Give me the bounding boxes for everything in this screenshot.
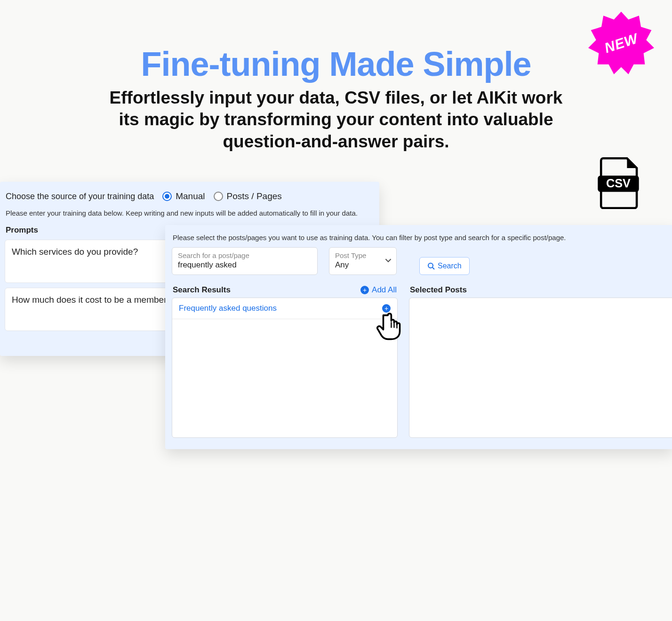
new-badge: NEW bbox=[588, 10, 654, 76]
search-results-heading: Search Results bbox=[173, 285, 231, 295]
result-item-title: Frequently asked questions bbox=[179, 304, 277, 313]
search-input[interactable]: Search for a post/page frequently asked bbox=[172, 247, 318, 275]
chevron-down-icon bbox=[385, 257, 392, 266]
cursor-hand-icon bbox=[376, 311, 404, 340]
post-type-label: Post Type bbox=[335, 251, 391, 259]
radio-posts-label: Posts / Pages bbox=[227, 191, 282, 202]
search-results-list: Frequently asked questions + bbox=[172, 298, 398, 438]
search-icon bbox=[427, 262, 435, 270]
add-all-button[interactable]: + Add All bbox=[360, 285, 397, 295]
posts-helper-text: Please select the posts/pages you want t… bbox=[172, 233, 667, 247]
svg-text:CSV: CSV bbox=[606, 177, 631, 190]
posts-source-panel: Please select the posts/pages you want t… bbox=[165, 225, 672, 449]
radio-icon bbox=[162, 192, 172, 201]
search-input-value: frequently asked bbox=[178, 260, 312, 270]
page-title: Fine-tuning Made Simple bbox=[0, 45, 672, 83]
result-item[interactable]: Frequently asked questions + bbox=[172, 298, 397, 319]
radio-manual-label: Manual bbox=[176, 191, 205, 202]
radio-icon bbox=[214, 192, 223, 201]
search-button[interactable]: Search bbox=[419, 257, 470, 275]
svg-line-4 bbox=[432, 267, 434, 269]
search-button-label: Search bbox=[438, 262, 462, 270]
svg-point-3 bbox=[428, 263, 433, 268]
search-input-placeholder: Search for a post/page bbox=[178, 251, 312, 259]
radio-posts-pages[interactable]: Posts / Pages bbox=[214, 191, 282, 202]
post-type-value: Any bbox=[335, 260, 391, 270]
manual-helper-text: Please enter your training data below. K… bbox=[5, 208, 375, 226]
source-label: Choose the source of your training data bbox=[6, 192, 154, 202]
selected-posts-heading: Selected Posts bbox=[410, 285, 467, 295]
csv-file-icon: CSV bbox=[597, 157, 640, 206]
plus-circle-icon: + bbox=[360, 286, 369, 294]
selected-posts-list bbox=[409, 298, 672, 438]
radio-manual[interactable]: Manual bbox=[162, 191, 205, 202]
post-type-select[interactable]: Post Type Any bbox=[329, 247, 397, 275]
add-all-label: Add All bbox=[372, 285, 397, 295]
page-subtitle: Effortlessly input your data, CSV files,… bbox=[105, 87, 567, 153]
